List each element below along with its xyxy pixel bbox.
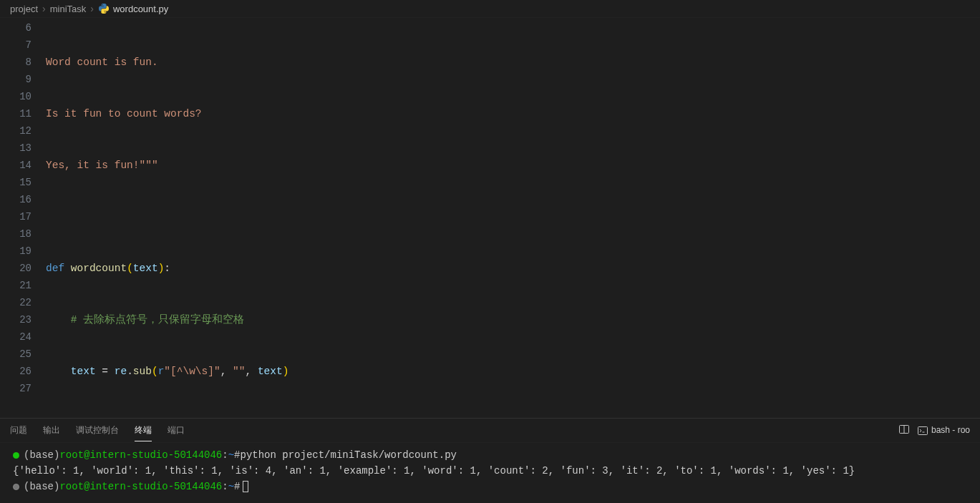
code-token: def — [46, 263, 64, 274]
code-token: text — [71, 366, 96, 377]
terminal[interactable]: (base) root@intern-studio-50144046:~# py… — [0, 443, 980, 503]
chevron-right-icon: › — [42, 3, 46, 14]
terminal-cwd: ~ — [228, 479, 234, 494]
code-token: "" — [233, 366, 245, 377]
tab-debug-console[interactable]: 调试控制台 — [76, 420, 119, 441]
terminal-output: {'hello': 1, 'world': 1, 'this': 1, 'is'… — [13, 463, 970, 479]
terminal-prompt: # — [234, 447, 240, 463]
code-token: Word count is fun. — [46, 57, 158, 68]
code-token: Yes, it is fun!""" — [46, 160, 158, 171]
code-token: , — [220, 366, 233, 377]
breadcrumb-filename: wordcount.py — [113, 4, 168, 14]
code-token: text — [133, 263, 158, 274]
code-token: # 去除标点符号，只保留字母和空格 — [71, 314, 244, 326]
terminal-line: (base) root@intern-studio-50144046:~# — [13, 479, 970, 494]
code-token: Is it fun to count words? — [46, 108, 202, 119]
terminal-userhost: root@intern-studio-50144046 — [59, 479, 222, 494]
code-token: re — [115, 366, 127, 377]
code-token: "[^\w\s]" — [164, 366, 220, 377]
status-dot-icon — [13, 452, 19, 459]
terminal-command: python project/miniTask/wordcount.py — [240, 447, 456, 463]
breadcrumb: project › miniTask › wordcount.py — [0, 0, 980, 18]
terminal-cursor — [243, 481, 248, 492]
terminal-env: (base) — [24, 479, 59, 494]
terminal-cwd: ~ — [228, 447, 234, 463]
code-token: , — [246, 366, 258, 377]
panel-tabs: 问题 输出 调试控制台 终端 端口 bash - roo — [0, 419, 980, 443]
terminal-userhost: root@intern-studio-50144046 — [59, 447, 222, 463]
tab-problems[interactable]: 问题 — [10, 420, 27, 441]
code-token: : — [164, 263, 170, 274]
code-token: sub — [133, 366, 152, 377]
code-token: text — [258, 366, 283, 377]
code-token: wordcount — [71, 263, 127, 274]
breadcrumb-seg[interactable]: project — [10, 4, 38, 14]
status-dot-icon — [13, 484, 19, 490]
split-panel-icon[interactable] — [898, 424, 910, 437]
code-token: ( — [127, 263, 133, 274]
code-token: ( — [152, 366, 158, 377]
breadcrumb-file[interactable]: wordcount.py — [98, 3, 168, 14]
terminal-env: (base) — [24, 447, 59, 463]
bottom-panel: 问题 输出 调试控制台 终端 端口 bash - roo (base) root… — [0, 418, 980, 503]
svg-rect-2 — [918, 426, 927, 434]
code-token: = — [96, 366, 115, 377]
terminal-shell-label[interactable]: bash - roo — [917, 425, 970, 436]
chevron-right-icon: › — [90, 3, 94, 14]
line-number-gutter: 6789 10111213 14151617 18192021 22232425… — [0, 19, 46, 418]
tab-output[interactable]: 输出 — [43, 420, 60, 441]
tab-ports[interactable]: 端口 — [168, 420, 185, 441]
code-editor[interactable]: 6789 10111213 14151617 18192021 22232425… — [0, 18, 980, 418]
python-icon — [98, 3, 110, 14]
code-token: . — [127, 366, 133, 377]
tab-terminal[interactable]: 终端 — [135, 420, 152, 441]
code-token: ) — [283, 366, 289, 377]
breadcrumb-seg[interactable]: miniTask — [50, 4, 87, 14]
terminal-line: (base) root@intern-studio-50144046:~# py… — [13, 447, 970, 463]
terminal-prompt: # — [234, 479, 240, 494]
code-content[interactable]: Word count is fun. Is it fun to count wo… — [46, 19, 980, 418]
